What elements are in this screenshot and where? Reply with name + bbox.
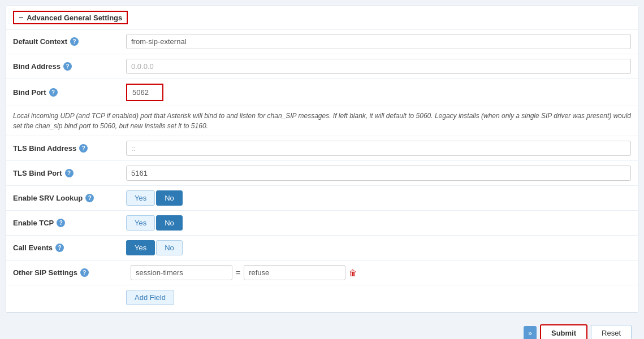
delete-sip-field-icon[interactable]: 🗑 [349, 268, 357, 277]
call-events-help-icon[interactable]: ? [55, 244, 64, 252]
page-container: − Advanced General Settings Default Cont… [0, 0, 644, 339]
bind-address-help-icon[interactable]: ? [63, 62, 72, 71]
sip-value-input[interactable] [244, 265, 345, 280]
bind-address-control [126, 59, 631, 74]
enable-tcp-btn-group: Yes No [126, 215, 631, 231]
bind-port-label: Bind Port ? [13, 88, 126, 97]
section-title-box: − Advanced General Settings [13, 11, 128, 24]
enable-srv-lookup-yes-btn[interactable]: Yes [126, 190, 155, 206]
default-context-label: Default Context ? [13, 37, 126, 46]
enable-srv-lookup-btn-group: Yes No [126, 190, 631, 206]
add-field-button[interactable]: Add Field [126, 290, 174, 305]
add-field-row: Add Field [6, 285, 638, 312]
enable-srv-lookup-control: Yes No [126, 190, 631, 206]
tls-bind-port-help-icon[interactable]: ? [65, 169, 74, 177]
bind-port-help-icon[interactable]: ? [49, 88, 58, 97]
other-sip-settings-label: Other SIP Settings ? [13, 268, 126, 277]
default-context-row: Default Context ? [6, 29, 638, 54]
bind-port-input[interactable] [128, 85, 162, 99]
section-header: − Advanced General Settings [6, 6, 638, 29]
tls-bind-address-label: TLS Bind Address ? [13, 144, 126, 153]
tls-bind-port-control [126, 166, 631, 181]
enable-tcp-row: Enable TCP ? Yes No [6, 211, 638, 236]
sip-key-input[interactable] [131, 265, 232, 280]
sip-key-value-row: = 🗑 [131, 265, 631, 280]
default-context-control [126, 34, 631, 49]
default-context-help-icon[interactable]: ? [70, 37, 79, 46]
tls-bind-port-input[interactable] [126, 166, 631, 181]
enable-tcp-control: Yes No [126, 215, 631, 231]
enable-srv-lookup-row: Enable SRV Lookup ? Yes No [6, 186, 638, 211]
tls-bind-address-row: TLS Bind Address ? [6, 136, 638, 161]
call-events-no-btn[interactable]: No [156, 240, 183, 255]
advanced-general-settings-section: − Advanced General Settings Default Cont… [6, 6, 638, 313]
footer-bar: » Submit Reset [6, 319, 638, 339]
bind-address-input[interactable] [126, 59, 631, 74]
bind-address-row: Bind Address ? [6, 54, 638, 79]
tls-bind-address-control [126, 141, 631, 156]
call-events-label: Call Events ? [13, 244, 126, 252]
chevron-button[interactable]: » [524, 326, 537, 340]
call-events-yes-btn[interactable]: Yes [126, 240, 155, 255]
tls-bind-port-label: TLS Bind Port ? [13, 169, 126, 177]
bind-port-control [126, 84, 631, 101]
enable-tcp-no-btn[interactable]: No [156, 215, 183, 231]
other-sip-settings-control: = 🗑 [131, 265, 631, 280]
enable-srv-lookup-help-icon[interactable]: ? [85, 194, 94, 202]
collapse-icon[interactable]: − [19, 13, 23, 22]
call-events-btn-group: Yes No [126, 240, 631, 255]
tls-bind-address-input[interactable] [126, 141, 631, 156]
tls-bind-port-row: TLS Bind Port ? [6, 161, 638, 186]
bind-address-label: Bind Address ? [13, 62, 126, 71]
default-context-input[interactable] [126, 34, 631, 49]
call-events-control: Yes No [126, 240, 631, 255]
bind-port-row: Bind Port ? [6, 79, 638, 106]
call-events-row: Call Events ? Yes No [6, 236, 638, 260]
enable-tcp-help-icon[interactable]: ? [57, 219, 65, 227]
reset-button[interactable]: Reset [591, 325, 632, 339]
enable-tcp-label: Enable TCP ? [13, 219, 126, 227]
enable-srv-lookup-no-btn[interactable]: No [156, 190, 183, 206]
enable-tcp-yes-btn[interactable]: Yes [126, 215, 155, 231]
tls-bind-address-help-icon[interactable]: ? [79, 144, 88, 153]
submit-button[interactable]: Submit [540, 324, 587, 339]
equals-sign: = [236, 268, 240, 277]
bind-port-description: Local incoming UDP (and TCP if enabled) … [6, 106, 638, 136]
other-sip-settings-row: Other SIP Settings ? = 🗑 [6, 260, 638, 285]
enable-srv-lookup-label: Enable SRV Lookup ? [13, 194, 126, 202]
section-title: Advanced General Settings [27, 14, 122, 22]
bind-port-box [126, 84, 163, 101]
other-sip-settings-help-icon[interactable]: ? [80, 268, 89, 277]
